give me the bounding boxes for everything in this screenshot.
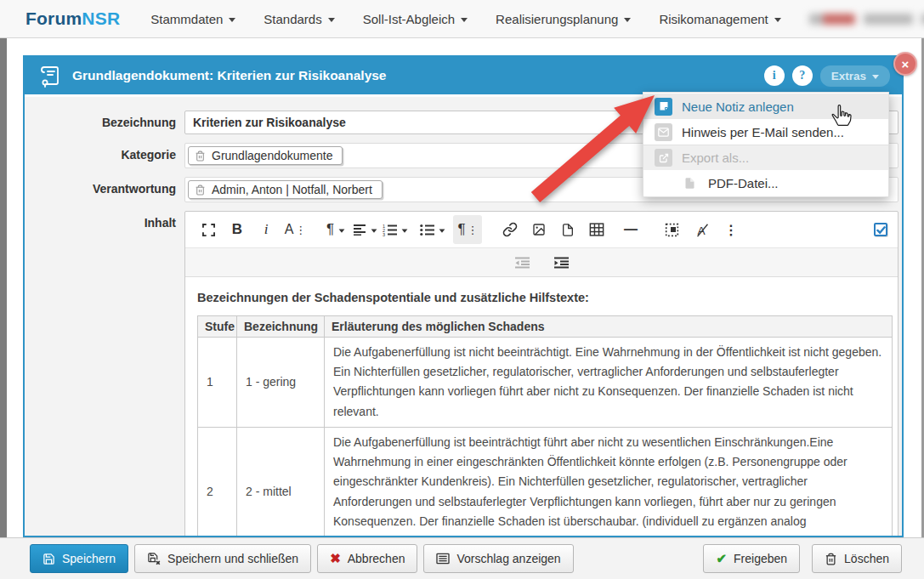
chevron-down-icon: [339, 229, 345, 232]
editor-toolbar: B i A⋮ ¶ 123: [185, 212, 898, 247]
nav-item-soll-ist-abgleich[interactable]: Soll-Ist-Abgleich: [363, 12, 468, 26]
speichern-und-schliessen-button[interactable]: Speichern und schließen: [134, 544, 311, 573]
top-navigation: ForumNSR Stammdaten Standards Soll-Ist-A…: [0, 0, 924, 38]
nav-item-realisierungsplanung[interactable]: Realisierungsplanung: [496, 12, 631, 26]
col-header-bezeichnung: Bezeichnung: [237, 316, 325, 338]
user-name-redacted: [809, 14, 924, 25]
dialog-header: Grundlagendokument: Kriterien zur Risiko…: [25, 57, 902, 94]
nav-item-standards[interactable]: Standards: [264, 12, 334, 26]
info-button[interactable]: i: [764, 65, 785, 86]
loeschen-button[interactable]: Löschen: [812, 544, 902, 573]
menu-item-hinweis-email[interactable]: Hinweis per E-Mail senden...: [643, 119, 888, 145]
cancel-x-icon: ✖: [330, 551, 341, 566]
cell-bezeichnung: 2 - mittel: [237, 427, 325, 537]
trash-icon[interactable]: [195, 184, 206, 196]
col-header-stufe: Stufe: [198, 316, 237, 338]
inhalt-label: Inhalt: [25, 211, 176, 230]
chevron-down-icon: [624, 18, 631, 22]
fullscreen-icon[interactable]: [194, 215, 223, 244]
chevron-down-icon: [402, 229, 408, 232]
svg-text:3: 3: [383, 231, 385, 236]
horizontal-rule-icon[interactable]: —: [616, 215, 645, 244]
dialog-title: Grundlagendokument: Kriterien zur Risiko…: [72, 68, 387, 83]
checkbox-checked[interactable]: [874, 223, 887, 236]
extras-dropdown-menu: Neue Notiz anlegen Hinweis per E-Mail se…: [643, 92, 889, 197]
menu-item-pdf-datei[interactable]: PDF-Datei...: [643, 170, 888, 196]
chevron-down-icon: [328, 18, 335, 22]
col-header-erlaeuterung: Erläuterung des möglichen Schadens: [325, 316, 893, 338]
trash-icon: [825, 553, 837, 565]
more-options-icon[interactable]: ⋮: [717, 215, 745, 244]
cell-erlaeuterung: Die Aufgabenerfüllung ist beeinträchtigt…: [325, 427, 893, 537]
user-menu[interactable]: (ADMINISTRATOR): [809, 13, 924, 25]
chevron-down-icon: [371, 229, 377, 232]
extras-button[interactable]: Extras: [820, 65, 890, 87]
paragraph-format-icon[interactable]: ¶: [321, 215, 350, 244]
table-icon[interactable]: [582, 215, 611, 244]
chevron-down-icon: [774, 18, 781, 22]
trash-icon[interactable]: [195, 150, 206, 162]
kategorie-chip[interactable]: Grundlagendokumente: [188, 146, 343, 165]
rich-text-editor: B i A⋮ ¶ 123: [184, 211, 898, 537]
cell-stufe: 1: [198, 338, 237, 428]
verantwortung-label: Verantwortung: [25, 177, 176, 196]
app-logo[interactable]: ForumNSR: [26, 9, 120, 29]
check-icon: ✔: [716, 551, 727, 566]
align-icon[interactable]: [350, 215, 380, 244]
bold-icon[interactable]: B: [223, 215, 252, 244]
save-close-icon: [147, 552, 161, 565]
schadenspotentiale-table: Stufe Bezeichnung Erläuterung des möglic…: [197, 315, 893, 537]
select-all-icon[interactable]: [659, 215, 688, 244]
help-button[interactable]: ?: [792, 65, 813, 86]
content-heading: Bezeichnungen der Schadenspotentiale und…: [197, 291, 886, 304]
dialog-footer: Speichern Speichern und schließen ✖ Abbr…: [0, 537, 924, 579]
nav-item-stammdaten[interactable]: Stammdaten: [150, 12, 235, 26]
outdent-icon[interactable]: [507, 251, 536, 275]
export-icon: [655, 149, 672, 167]
backdrop-left-strip: [0, 38, 7, 537]
kategorie-label: Kategorie: [25, 143, 176, 162]
close-button[interactable]: ×: [893, 52, 917, 76]
nav-item-risikomanagement[interactable]: Risikomanagement: [659, 12, 780, 26]
bezeichnung-label: Bezeichnung: [25, 111, 176, 129]
table-header-row: Stufe Bezeichnung Erläuterung des möglic…: [198, 316, 893, 338]
note-icon: [655, 98, 672, 116]
editor-content[interactable]: Bezeichnungen der Schadenspotentiale und…: [185, 277, 898, 537]
vorschlag-anzeigen-button[interactable]: Vorschlag anzeigen: [423, 544, 573, 573]
clear-formatting-icon[interactable]: A: [688, 215, 717, 244]
menu-item-export-als: Export als...: [643, 145, 888, 170]
table-row: 2 2 - mittel Die Aufgabenerfüllung ist b…: [198, 427, 893, 537]
paragraph-style-icon[interactable]: ¶⋮: [453, 215, 482, 244]
abbrechen-button[interactable]: ✖ Abbrechen: [317, 544, 417, 573]
link-icon[interactable]: [496, 215, 524, 244]
speichern-button[interactable]: Speichern: [30, 544, 128, 573]
file-icon[interactable]: [553, 215, 582, 244]
cell-bezeichnung: 1 - gering: [237, 338, 325, 428]
list-icon: [436, 553, 450, 565]
save-icon: [43, 553, 55, 565]
envelope-icon: [655, 123, 672, 141]
chevron-down-icon: [461, 18, 468, 22]
indent-icon[interactable]: [547, 251, 575, 275]
pdf-file-icon: [681, 174, 699, 192]
chevron-down-icon: [439, 229, 445, 232]
freigeben-button[interactable]: ✔ Freigeben: [703, 544, 800, 573]
logo-part-nsr: NSR: [82, 9, 120, 28]
unordered-list-icon[interactable]: [417, 215, 448, 244]
menu-item-neue-notiz[interactable]: Neue Notiz anlegen: [643, 94, 888, 119]
editor-toolbar-row2: [185, 247, 898, 277]
ordered-list-icon[interactable]: 123: [380, 215, 411, 244]
table-row: 1 1 - gering Die Aufgabenerfüllung ist n…: [198, 338, 893, 428]
logo-part-forum: Forum: [26, 9, 82, 28]
scroll-document-icon: [38, 64, 60, 88]
image-icon[interactable]: [524, 215, 553, 244]
cell-stufe: 2: [198, 427, 237, 537]
font-size-icon[interactable]: A⋮: [281, 215, 309, 244]
italic-icon[interactable]: i: [252, 215, 281, 244]
chevron-down-icon: [229, 18, 235, 22]
chevron-down-icon: [872, 75, 879, 79]
cell-erlaeuterung: Die Aufgabenerfüllung ist nicht beeinträ…: [325, 338, 893, 428]
verantwortung-chip[interactable]: Admin, Anton | Notfall, Norbert: [188, 180, 383, 199]
